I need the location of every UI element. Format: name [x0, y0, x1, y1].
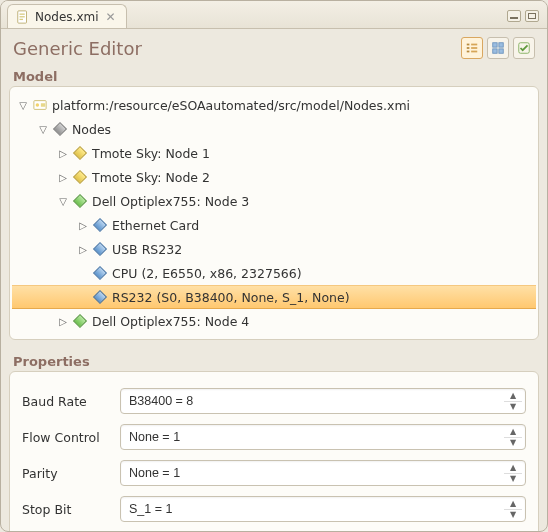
diamond-icon: [92, 220, 108, 230]
svg-rect-1: [20, 13, 25, 14]
parity-field[interactable]: ▲▼: [120, 460, 526, 486]
baud-rate-input[interactable]: [120, 388, 526, 414]
diamond-icon: [72, 172, 88, 182]
model-section: Model ▽ platform:/resource/eSOAautomated…: [9, 65, 539, 340]
toolbar: [461, 37, 535, 59]
minimize-button[interactable]: [507, 10, 521, 22]
svg-rect-12: [493, 49, 497, 53]
tree-node-4[interactable]: ▷ Dell Optiplex755: Node 4: [12, 309, 536, 333]
svg-point-16: [36, 103, 40, 107]
expand-toggle[interactable]: ▷: [56, 148, 70, 159]
properties-form: Baud Rate ▲▼ Flow Control ▲▼ Parity ▲▼ S…: [9, 371, 539, 532]
tab-nodes-xmi[interactable]: Nodes.xmi ✕: [7, 4, 127, 28]
expand-toggle[interactable]: ▽: [16, 100, 30, 111]
tree-node-2[interactable]: ▷ Tmote Sky: Node 2: [12, 165, 536, 189]
stepper-icon[interactable]: ▲▼: [504, 390, 522, 412]
svg-rect-10: [493, 43, 497, 47]
baud-rate-label: Baud Rate: [22, 394, 112, 409]
expand-toggle[interactable]: ▷: [76, 220, 90, 231]
validate-button[interactable]: [513, 37, 535, 59]
flow-control-field[interactable]: ▲▼: [120, 424, 526, 450]
resource-icon: [32, 98, 48, 112]
svg-rect-6: [467, 51, 470, 53]
diamond-icon: [72, 196, 88, 206]
properties-header: Properties: [9, 350, 539, 371]
tree-nodes[interactable]: ▽ Nodes: [12, 117, 536, 141]
diamond-icon: [72, 148, 88, 158]
stop-bit-input[interactable]: [120, 496, 526, 522]
diamond-icon: [92, 244, 108, 254]
svg-rect-4: [467, 44, 470, 46]
svg-rect-11: [499, 43, 503, 47]
tree-label: Ethernet Card: [112, 218, 199, 233]
tree-label: Tmote Sky: Node 2: [92, 170, 210, 185]
svg-rect-5: [467, 47, 470, 49]
svg-rect-8: [471, 47, 477, 49]
diamond-icon: [52, 124, 68, 134]
diamond-icon: [92, 268, 108, 278]
diamond-icon: [92, 292, 108, 302]
view-grid-button[interactable]: [487, 37, 509, 59]
svg-rect-2: [20, 16, 25, 17]
close-icon[interactable]: ✕: [104, 10, 116, 24]
file-icon: [16, 10, 30, 24]
tree-label: platform:/resource/eSOAautomated/src/mod…: [52, 98, 410, 113]
svg-rect-13: [499, 49, 503, 53]
svg-rect-17: [41, 103, 45, 107]
tree-label: Dell Optiplex755: Node 4: [92, 314, 249, 329]
parity-label: Parity: [22, 466, 112, 481]
stop-bit-label: Stop Bit: [22, 502, 112, 517]
stepper-icon[interactable]: ▲▼: [504, 462, 522, 484]
tree-label: Tmote Sky: Node 1: [92, 146, 210, 161]
expand-toggle[interactable]: ▷: [76, 244, 90, 255]
stepper-icon[interactable]: ▲▼: [504, 498, 522, 520]
model-header: Model: [9, 65, 539, 86]
tree-label: Dell Optiplex755: Node 3: [92, 194, 249, 209]
properties-section: Properties Baud Rate ▲▼ Flow Control ▲▼ …: [9, 350, 539, 532]
tree-label: Nodes: [72, 122, 111, 137]
model-tree[interactable]: ▽ platform:/resource/eSOAautomated/src/m…: [9, 86, 539, 340]
tree-cpu[interactable]: CPU (2, E6550, x86, 2327566): [12, 261, 536, 285]
editor-header: Generic Editor: [1, 29, 547, 65]
tab-title: Nodes.xmi: [35, 10, 99, 24]
expand-toggle[interactable]: ▷: [56, 316, 70, 327]
tree-rs232[interactable]: RS232 (S0, B38400, None, S_1, None): [12, 285, 536, 309]
tree-root[interactable]: ▽ platform:/resource/eSOAautomated/src/m…: [12, 93, 536, 117]
parity-input[interactable]: [120, 460, 526, 486]
tree-label: USB RS232: [112, 242, 182, 257]
svg-rect-7: [471, 44, 477, 46]
tree-usb-rs232[interactable]: ▷ USB RS232: [12, 237, 536, 261]
view-tree-button[interactable]: [461, 37, 483, 59]
tree-label: RS232 (S0, B38400, None, S_1, None): [112, 290, 350, 305]
tree-label: CPU (2, E6550, x86, 2327566): [112, 266, 302, 281]
expand-toggle[interactable]: ▽: [56, 196, 70, 207]
tree-ethernet[interactable]: ▷ Ethernet Card: [12, 213, 536, 237]
flow-control-label: Flow Control: [22, 430, 112, 445]
stepper-icon[interactable]: ▲▼: [504, 426, 522, 448]
diamond-icon: [72, 316, 88, 326]
window-controls: [507, 10, 547, 28]
editor-title: Generic Editor: [13, 38, 142, 59]
svg-rect-3: [20, 18, 24, 19]
baud-rate-field[interactable]: ▲▼: [120, 388, 526, 414]
stop-bit-field[interactable]: ▲▼: [120, 496, 526, 522]
tree-node-3[interactable]: ▽ Dell Optiplex755: Node 3: [12, 189, 536, 213]
expand-toggle[interactable]: ▽: [36, 124, 50, 135]
svg-rect-9: [471, 51, 477, 53]
tree-node-1[interactable]: ▷ Tmote Sky: Node 1: [12, 141, 536, 165]
tab-bar: Nodes.xmi ✕: [1, 1, 547, 29]
maximize-button[interactable]: [525, 10, 539, 22]
flow-control-input[interactable]: [120, 424, 526, 450]
expand-toggle[interactable]: ▷: [56, 172, 70, 183]
